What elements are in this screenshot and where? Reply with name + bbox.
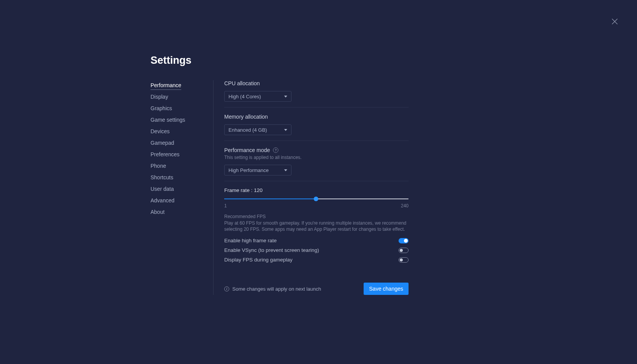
sidebar-item-advanced[interactable]: Advanced xyxy=(151,195,209,206)
recommended-fps-body: Play at 60 FPS for smooth gameplay. If y… xyxy=(224,220,409,232)
sidebar-item-display[interactable]: Display xyxy=(151,92,209,102)
frame-rate-max: 240 xyxy=(401,203,409,208)
frame-rate-label: Frame rate : 120 xyxy=(224,187,409,193)
chevron-down-icon xyxy=(284,96,287,98)
sidebar-item-shortcuts[interactable]: Shortcuts xyxy=(151,172,209,183)
sidebar-item-game-settings[interactable]: Game settings xyxy=(151,115,209,125)
memory-allocation-label: Memory allocation xyxy=(224,114,409,120)
save-changes-button[interactable]: Save changes xyxy=(364,283,409,295)
sidebar-item-performance[interactable]: Performance xyxy=(151,80,209,91)
chevron-down-icon xyxy=(284,169,287,171)
close-icon[interactable] xyxy=(612,18,618,25)
settings-sidebar: Performance Display Graphics Game settin… xyxy=(151,80,213,295)
chevron-down-icon xyxy=(284,129,287,131)
sidebar-item-phone[interactable]: Phone xyxy=(151,161,209,171)
help-icon[interactable]: ? xyxy=(273,147,278,153)
footer-note-text: Some changes will apply on next launch xyxy=(232,286,321,292)
sidebar-item-graphics[interactable]: Graphics xyxy=(151,103,209,114)
memory-allocation-value: Enhanced (4 GB) xyxy=(228,127,267,133)
cpu-allocation-value: High (4 Cores) xyxy=(228,94,261,99)
performance-mode-label: Performance mode xyxy=(224,147,270,153)
sidebar-item-about[interactable]: About xyxy=(151,207,209,217)
frame-rate-slider[interactable] xyxy=(224,196,409,202)
enable-high-frame-rate-label: Enable high frame rate xyxy=(224,238,277,243)
memory-allocation-select[interactable]: Enhanced (4 GB) xyxy=(224,124,291,135)
recommended-fps-title: Recommended FPS xyxy=(224,214,409,219)
sidebar-item-preferences[interactable]: Preferences xyxy=(151,149,209,160)
display-fps-label: Display FPS during gameplay xyxy=(224,257,293,263)
enable-vsync-toggle[interactable] xyxy=(399,248,409,253)
performance-mode-select[interactable]: High Performance xyxy=(224,165,291,175)
sidebar-item-user-data[interactable]: User data xyxy=(151,184,209,194)
performance-mode-value: High Performance xyxy=(228,167,269,173)
display-fps-toggle[interactable] xyxy=(399,257,409,263)
enable-high-frame-rate-toggle[interactable] xyxy=(399,238,409,243)
enable-vsync-label: Enable VSync (to prevent screen tearing) xyxy=(224,247,319,253)
slider-track-fill xyxy=(224,199,316,199)
page-title: Settings xyxy=(151,55,409,66)
sidebar-item-devices[interactable]: Devices xyxy=(151,126,209,137)
performance-mode-sublabel: This setting is applied to all instances… xyxy=(224,155,409,160)
sidebar-item-gamepad[interactable]: Gamepad xyxy=(151,138,209,148)
slider-thumb[interactable] xyxy=(314,197,318,201)
info-icon: i xyxy=(224,286,229,291)
cpu-allocation-label: CPU allocation xyxy=(224,80,409,86)
cpu-allocation-select[interactable]: High (4 Cores) xyxy=(224,91,291,102)
frame-rate-min: 1 xyxy=(224,203,227,208)
